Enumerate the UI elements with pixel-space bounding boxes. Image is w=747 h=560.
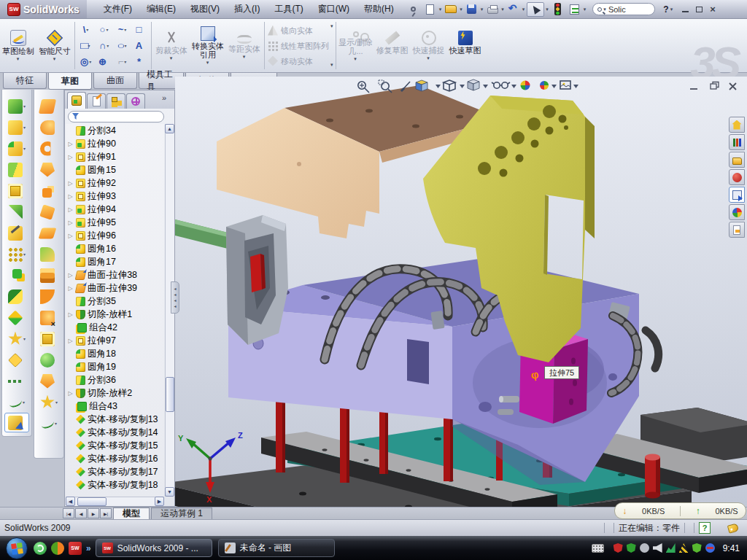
expander-icon[interactable]: ▷: [67, 154, 74, 160]
open-file-button[interactable]: [444, 2, 458, 17]
sketch-tool-row-button[interactable]: 移动实体: [268, 55, 329, 68]
quick-launch-icon[interactable]: [34, 542, 47, 555]
menu-item[interactable]: 插入(I): [228, 1, 266, 18]
tool-button[interactable]: ▾: [2, 328, 31, 349]
tool-button[interactable]: ▾: [34, 413, 63, 434]
panel-splitter-handle[interactable]: ◂◂◂◂: [171, 281, 179, 314]
row-tools-dropdown[interactable]: ▾: [330, 23, 333, 29]
expander-icon[interactable]: ▷: [67, 206, 74, 213]
sketch-entity-button[interactable]: * ▾: [131, 54, 150, 70]
sketch-entity-button[interactable]: \ ▾: [77, 22, 95, 38]
feature-tree-item[interactable]: ▷ 实体-移动/复制13: [66, 413, 164, 426]
close-button[interactable]: ×: [710, 6, 716, 13]
edit-appearance-icon[interactable]: [521, 81, 530, 90]
expander-icon[interactable]: ▷: [67, 285, 74, 292]
tool-button[interactable]: ▾: [34, 392, 63, 413]
tool-button[interactable]: ▾: [34, 180, 63, 201]
sketch-entity-button[interactable]: ~ ▾: [113, 22, 131, 38]
feature-tree-item[interactable]: ▷ 切除-放样2: [66, 386, 164, 400]
save-dropdown[interactable]: ▾: [481, 7, 484, 12]
sketch-tool-button[interactable]: 快速草图 ▾: [447, 19, 484, 72]
feature-tree-item[interactable]: ▷ 实体-移动/复制16: [66, 452, 164, 465]
sketch-tool-button[interactable]: 剪裁实体 ▾: [153, 19, 190, 72]
feature-tree-item[interactable]: ▷ 圆角19: [66, 360, 164, 373]
tool-button[interactable]: ▾: [34, 328, 63, 349]
feature-tree-item[interactable]: ▷ 实体-移动/复制14: [66, 426, 164, 439]
tool-button[interactable]: ▾: [34, 244, 63, 265]
graphics-viewport[interactable]: φ: [175, 77, 747, 507]
sketch-tool-button[interactable]: 转换实体引用 ▾: [190, 19, 226, 72]
feature-tree-item[interactable]: ▷ 曲面-拉伸38: [66, 268, 164, 281]
tray-icon[interactable]: [692, 543, 702, 553]
taskbar-window-button[interactable]: 未命名 - 画图: [218, 539, 335, 557]
sketch-command-button[interactable]: 智能尺寸 ▾: [36, 19, 73, 72]
tab-nav-button[interactable]: ▶: [88, 508, 99, 518]
open-dropdown[interactable]: ▾: [460, 7, 462, 12]
design-library-tab[interactable]: [729, 134, 745, 150]
expander-icon[interactable]: ▷: [67, 141, 74, 147]
feature-tree-item[interactable]: ▷ 拉伸94: [66, 203, 164, 216]
tool-button[interactable]: ▾: [2, 96, 31, 117]
options-checklist-button[interactable]: [568, 2, 582, 17]
minimize-button[interactable]: [682, 11, 689, 12]
toolbox-tab[interactable]: [729, 169, 745, 185]
tray-icon[interactable]: [653, 543, 662, 553]
sketch-tool-button[interactable]: 快速捕捉 ▾: [411, 19, 447, 72]
stoplight-icon[interactable]: [551, 2, 565, 17]
feature-tree-item[interactable]: ▷ 拉伸90: [66, 137, 164, 150]
feature-tree-item[interactable]: ▷ 拉伸95: [66, 216, 164, 229]
tray-icon[interactable]: [679, 543, 689, 553]
file-explorer-tab[interactable]: [729, 152, 745, 168]
command-dropdown[interactable]: ▾: [53, 56, 56, 62]
expander-icon[interactable]: ▷: [67, 193, 74, 200]
feature-tree-item[interactable]: ▷ 拉伸96: [66, 229, 164, 242]
taskbar-window-button[interactable]: SW SolidWorks 2009 - ...: [96, 539, 212, 557]
apply-scene-icon[interactable]: [540, 81, 549, 90]
tray-icon[interactable]: [627, 543, 636, 553]
sketch-tool-row-button[interactable]: 镜向实体: [268, 24, 329, 37]
tool-button[interactable]: ▾: [2, 159, 31, 180]
tray-icon[interactable]: [640, 543, 649, 553]
tool-button[interactable]: ▾: [2, 222, 31, 244]
menu-item[interactable]: 帮助(H): [357, 1, 400, 18]
scroll-down-button[interactable]: ▼: [165, 487, 174, 497]
expander-icon[interactable]: ▷: [67, 272, 74, 279]
ribbon-tab[interactable]: 草图: [48, 73, 92, 90]
tool-button[interactable]: ▾: [34, 286, 63, 307]
tab-nav-button[interactable]: ▶|: [100, 508, 112, 518]
appearances-tab[interactable]: [729, 204, 745, 220]
feature-tree-item[interactable]: ▷ 实体-移动/复制18: [66, 478, 164, 491]
tool-button[interactable]: ▾: [2, 286, 31, 307]
feature-tree-item[interactable]: ▷ 实体-移动/复制15: [66, 439, 164, 452]
keyboard-language-icon[interactable]: [592, 544, 604, 553]
scroll-right-button[interactable]: ▶: [155, 497, 164, 506]
search-input[interactable]: ▾ Solic: [592, 3, 655, 15]
view-orientation-icon[interactable]: [468, 79, 479, 90]
sketch-tool-button[interactable]: 等距实体 ▾: [226, 19, 263, 72]
quick-launch-overflow[interactable]: »: [86, 543, 91, 553]
tool-button[interactable]: ▾: [34, 349, 63, 370]
expander-icon[interactable]: ▷: [67, 338, 74, 344]
feature-tree-item[interactable]: ▷ 圆角18: [66, 347, 164, 360]
new-file-dropdown[interactable]: ▾: [439, 7, 442, 12]
command-dropdown[interactable]: ▾: [17, 56, 20, 62]
feature-tree-item[interactable]: ▷ 圆角16: [66, 242, 164, 255]
sketch-entity-button[interactable]: □ ▾: [77, 38, 95, 54]
sketch-entity-button[interactable]: ○ ▾: [95, 22, 113, 38]
menu-item[interactable]: 窗口(W): [311, 1, 356, 18]
quick-launch-icon[interactable]: [51, 542, 64, 555]
sketch-entity-button[interactable]: ⌐ ▾: [113, 54, 131, 70]
tool-button[interactable]: ▾: [34, 222, 63, 244]
panel-tab[interactable]: [67, 92, 86, 109]
feature-tree-item[interactable]: ▷ 拉伸91: [66, 150, 164, 163]
tool-button[interactable]: ▾: [34, 159, 63, 180]
tool-button[interactable]: ▾: [2, 117, 31, 138]
tree-filter-input[interactable]: [68, 111, 164, 122]
menu-item[interactable]: 编辑(E): [140, 1, 182, 18]
tab-nav-button[interactable]: |◀: [63, 508, 74, 518]
panel-tab[interactable]: [126, 93, 145, 109]
tab-nav-button[interactable]: ◀: [75, 508, 87, 518]
tool-button[interactable]: ▾: [34, 117, 63, 138]
menu-item[interactable]: 文件(F): [97, 1, 139, 18]
sketch-entity-button[interactable]: ∩ ▾: [95, 38, 113, 54]
